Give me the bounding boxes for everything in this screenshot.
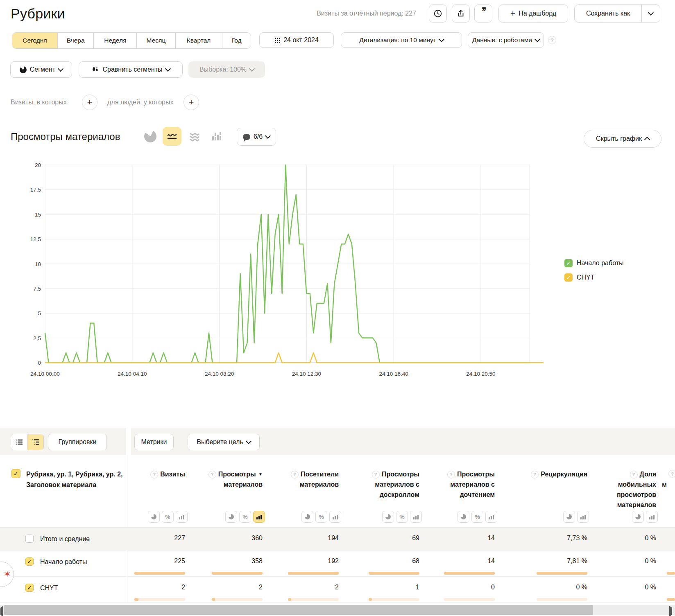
legend-checkbox[interactable]: ✓ (564, 273, 573, 282)
partial-bar-nachalo (667, 572, 675, 575)
column-header-5[interactable]: ?Рециркуляция (505, 469, 587, 479)
line-chart-type-button[interactable] (163, 127, 181, 146)
chart-annotations-button[interactable]: 6/6 (237, 128, 276, 146)
pie-view-icon[interactable] (148, 511, 160, 523)
help-icon[interactable]: ? (291, 471, 299, 478)
cell-r2-c3: 1 (350, 584, 419, 591)
sampling-button[interactable]: Выборка: 100% (188, 61, 265, 78)
metrics-button[interactable]: Метрики (134, 434, 174, 450)
percent-view-icon[interactable]: % (315, 511, 327, 523)
cell-r2-c1: 2 (193, 584, 263, 591)
segment-button[interactable]: Сегмент (10, 61, 72, 78)
legend-item-0[interactable]: ✓Начало работы (564, 259, 624, 267)
cell-r1-c6: 0 % (587, 557, 656, 565)
period-tab-4[interactable]: Квартал (175, 33, 222, 48)
column-header-0[interactable]: ?Визиты (136, 469, 185, 479)
partial-bar-chyt (667, 598, 675, 601)
percent-view-icon[interactable]: % (471, 511, 483, 523)
period-tab-2[interactable]: Неделя (93, 33, 136, 48)
pie-view-icon[interactable] (225, 511, 237, 523)
groupings-label: Группировки (59, 438, 97, 446)
help-icon[interactable]: ? (208, 471, 216, 478)
help-icon[interactable]: ? (630, 471, 638, 478)
bars-view-icon[interactable] (176, 511, 188, 523)
cell-r2-c5: 0 % (518, 584, 587, 591)
column-header-4[interactable]: ?Просмотры материалов с дочтением (429, 469, 495, 500)
help-icon[interactable]: ? (531, 471, 539, 478)
pie-view-icon[interactable] (632, 511, 644, 523)
period-tab-1[interactable]: Вчера (57, 33, 93, 48)
period-tab-0[interactable]: Сегодня (12, 33, 57, 48)
dimension-header[interactable]: Рубрика, ур. 1, Рубрика, ур. 2, Заголово… (26, 469, 129, 490)
help-icon[interactable]: ? (150, 471, 158, 478)
goal-select-button[interactable]: Выберите цель (188, 434, 260, 450)
percent-view-icon[interactable]: % (239, 511, 251, 523)
legend-checkbox[interactable]: ✓ (564, 259, 573, 267)
select-all-checkbox[interactable]: ✓ (11, 469, 20, 478)
pie-view-icon[interactable] (563, 511, 575, 523)
percent-view-icon[interactable]: % (162, 511, 174, 523)
tree-view-button[interactable] (27, 434, 43, 450)
history-button[interactable] (429, 5, 447, 23)
cell-r1-c1: 358 (193, 557, 263, 565)
column-header-3[interactable]: ?Просмотры материалов с доскроллом (354, 469, 419, 500)
totals-row-checkbox[interactable] (25, 535, 34, 543)
add-to-dashboard-button[interactable]: + На дашборд (498, 5, 568, 23)
bars-view-icon[interactable] (485, 511, 497, 523)
save-as-button[interactable]: Сохранить как (574, 5, 660, 23)
detalization-select[interactable]: Детализация: по 10 минут (341, 32, 462, 48)
data-mode-help-icon[interactable]: ? (548, 36, 556, 44)
percent-view-icon[interactable]: % (396, 511, 408, 523)
pie-view-icon[interactable] (382, 511, 394, 523)
hscrollbar-thumb[interactable] (4, 605, 593, 615)
groupings-button[interactable]: Группировки (48, 434, 107, 450)
row-checkbox-nachalo[interactable]: ✓ (25, 557, 34, 566)
value-bar (537, 572, 587, 575)
pie-chart-type-button[interactable] (141, 127, 160, 146)
column-icons-5 (563, 511, 589, 523)
date-picker-button[interactable]: 24 окт 2024 (259, 32, 334, 48)
bars-view-icon[interactable] (577, 511, 589, 523)
column-header-2[interactable]: ?Посетители материалов (277, 469, 339, 490)
cell-r1-c4: 14 (425, 557, 495, 565)
bars-view-icon[interactable] (329, 511, 341, 523)
period-tab-3[interactable]: Месяц (136, 33, 175, 48)
bars-view-icon[interactable] (646, 511, 658, 523)
export-icon (456, 9, 465, 18)
svg-text:17,5: 17,5 (30, 187, 41, 193)
add-visit-filter-button[interactable]: + (82, 95, 97, 110)
period-tab-5[interactable]: Год (222, 33, 251, 48)
add-people-filter-button[interactable]: + (183, 95, 199, 110)
pie-view-icon[interactable] (301, 511, 313, 523)
bars-view-icon[interactable] (253, 511, 265, 523)
scroll-right-arrow[interactable] (669, 608, 672, 615)
column-chart-type-button[interactable] (207, 127, 226, 146)
flat-list-view-button[interactable] (11, 434, 27, 450)
compare-segments-button[interactable]: Сравнить сегменты (79, 61, 183, 78)
row-checkbox-chyt[interactable]: ✓ (25, 584, 34, 592)
column-header-1[interactable]: ?Просмотры ▼материалов (201, 469, 263, 490)
help-icon[interactable]: ? (372, 471, 380, 478)
export-button[interactable] (452, 5, 470, 23)
clock-icon (433, 9, 442, 18)
save-as-dropdown[interactable] (642, 12, 660, 15)
annotations-quotes-button[interactable]: ’’ (474, 5, 492, 23)
partial-column-help-icon[interactable]: ? (668, 470, 675, 478)
legend-item-1[interactable]: ✓CHYT (564, 273, 624, 282)
svg-text:24.10 00:00: 24.10 00:00 (30, 371, 59, 377)
floating-widget[interactable]: ✶ (0, 562, 14, 587)
bars-view-icon[interactable] (410, 511, 422, 523)
line-chart-icon (167, 131, 177, 141)
column-header-6[interactable]: ?Доля мобильных просмотров материалов (608, 469, 656, 510)
hide-chart-label: Скрыть график (596, 135, 642, 142)
totals-row-label[interactable]: Итого и средние (40, 535, 90, 543)
row-label-nachalo[interactable]: Начало работы (40, 558, 87, 566)
help-icon[interactable]: ? (447, 471, 455, 478)
scroll-left-arrow[interactable] (0, 608, 3, 615)
hide-chart-button[interactable]: Скрыть график (584, 130, 661, 148)
area-chart-type-button[interactable] (185, 127, 204, 146)
data-mode-select[interactable]: Данные: с роботами (468, 32, 544, 48)
material-views-chart: 02,557,51012,51517,52024.10 00:0024.10 0… (0, 0, 675, 616)
row-label-chyt[interactable]: CHYT (40, 584, 58, 592)
pie-view-icon[interactable] (458, 511, 469, 523)
